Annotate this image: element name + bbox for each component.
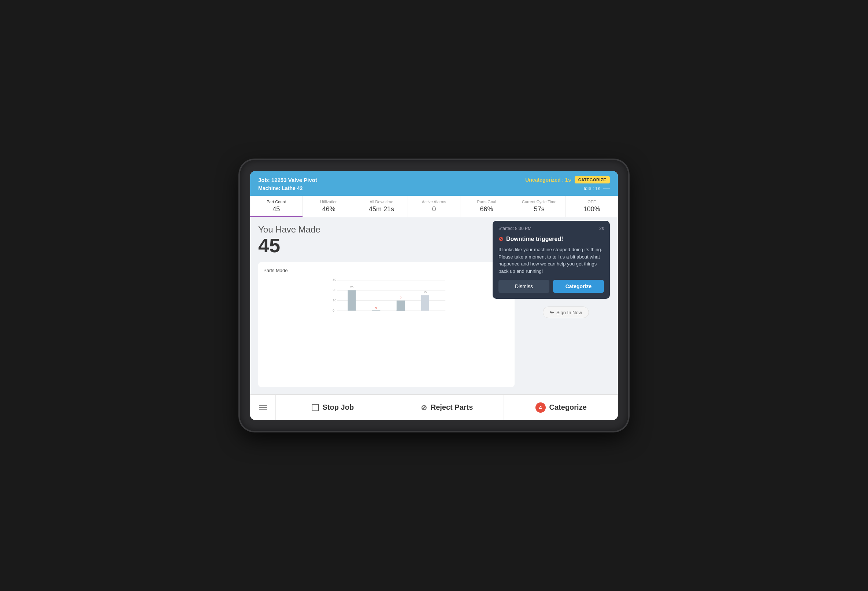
toolbar: Stop Job ⊘ Reject Parts 4 Categorize <box>250 394 618 420</box>
categorize-label: Categorize <box>549 403 587 411</box>
stat-label-active-alarms: Active Alarms <box>411 200 458 204</box>
stat-label-parts-goal: Parts Goal <box>463 200 510 204</box>
hamburger-icon <box>259 405 267 410</box>
stop-job-label: Stop Job <box>323 403 354 411</box>
idle-status: Idle : 1s — <box>583 185 610 192</box>
stat-active-alarms[interactable]: Active Alarms 0 <box>408 196 461 217</box>
stats-bar: Part Count 45 Utilization 46% All Downti… <box>250 196 618 217</box>
stat-label-cycle-time: Current Cycle Time <box>516 200 562 204</box>
uncategorized-status: Uncategorized : 1s <box>525 177 571 183</box>
svg-rect-10 <box>372 311 380 311</box>
stat-value-oee: 100% <box>568 205 615 213</box>
svg-rect-12 <box>397 301 405 311</box>
svg-text:10: 10 <box>332 298 336 302</box>
stat-label-utilization: Utilization <box>306 200 352 204</box>
screen: Job: 12253 Valve Pivot Uncategorized : 1… <box>250 171 618 420</box>
job-title: Job: 12253 Valve Pivot <box>258 177 317 183</box>
header-categorize-button[interactable]: CATEGORIZE <box>575 176 610 183</box>
stat-utilization[interactable]: Utilization 46% <box>303 196 356 217</box>
you-have-made-label: You Have Made <box>258 224 515 235</box>
svg-text:20: 20 <box>350 286 353 289</box>
warning-icon: ⊘ <box>499 236 503 242</box>
categorize-button[interactable]: 4 Categorize <box>504 395 618 420</box>
main-content: You Have Made 45 Parts Made ? 30 20 <box>250 217 618 394</box>
stat-value-all-downtime: 45m 21s <box>358 205 405 213</box>
stat-all-downtime[interactable]: All Downtime 45m 21s <box>355 196 408 217</box>
svg-text:30: 30 <box>332 278 336 282</box>
stat-label-part-count: Part Count <box>253 200 300 204</box>
stat-part-count[interactable]: Part Count 45 <box>250 196 303 217</box>
popup-duration: 2s <box>599 226 604 231</box>
reject-parts-icon: ⊘ <box>421 403 427 412</box>
popup-started: Started: 8:30 PM <box>499 226 531 231</box>
stat-cycle-time[interactable]: Current Cycle Time 57s <box>513 196 566 217</box>
sign-in-icon: ↬ <box>550 310 554 315</box>
you-have-made-count: 45 <box>258 235 515 256</box>
chart-svg: 30 20 10 0 <box>263 276 509 313</box>
stat-value-utilization: 46% <box>306 205 352 213</box>
header-right: Uncategorized : 1s CATEGORIZE <box>525 176 610 183</box>
idle-text: Idle : 1s <box>583 186 600 191</box>
parts-made-chart: Parts Made ? 30 20 10 0 <box>258 262 515 387</box>
reject-parts-label: Reject Parts <box>431 403 473 411</box>
reject-parts-button[interactable]: ⊘ Reject Parts <box>390 395 504 420</box>
svg-rect-16 <box>421 296 429 311</box>
you-have-made: You Have Made 45 <box>258 224 515 256</box>
popup-title: ⊘ Downtime triggered! <box>499 236 604 242</box>
popup-dismiss-button[interactable]: Dismiss <box>499 280 549 293</box>
device-frame: Job: 12253 Valve Pivot Uncategorized : 1… <box>240 160 628 431</box>
stop-job-icon <box>311 404 319 411</box>
stat-label-all-downtime: All Downtime <box>358 200 405 204</box>
popup-body: It looks like your machine stopped doing… <box>499 246 604 275</box>
svg-rect-8 <box>348 290 356 311</box>
popup-categorize-button[interactable]: Categorize <box>553 280 604 293</box>
svg-text:0: 0 <box>332 309 334 312</box>
machine-title: Machine: Lathe 42 <box>258 185 303 191</box>
chart-title: Parts Made <box>263 268 288 273</box>
stat-value-cycle-time: 57s <box>516 205 562 213</box>
categorize-badge: 4 <box>536 402 546 413</box>
chart-area: 30 20 10 0 <box>263 276 509 313</box>
svg-text:15: 15 <box>424 291 427 294</box>
idle-dash: — <box>603 185 610 192</box>
popup-actions: Dismiss Categorize <box>499 280 604 293</box>
popup-title-text: Downtime triggered! <box>506 236 563 242</box>
left-panel: You Have Made 45 Parts Made ? 30 20 <box>258 224 515 387</box>
svg-text:0: 0 <box>400 296 402 299</box>
stat-label-oee: OEE <box>568 200 615 204</box>
stat-parts-goal[interactable]: Parts Goal 66% <box>461 196 513 217</box>
stat-value-active-alarms: 0 <box>411 205 458 213</box>
stat-oee[interactable]: OEE 100% <box>565 196 618 217</box>
svg-rect-14 <box>397 311 405 311</box>
svg-text:0: 0 <box>375 306 377 310</box>
stop-job-button[interactable]: Stop Job <box>276 395 390 420</box>
sign-in-button[interactable]: ↬ Sign In Now <box>543 307 589 318</box>
svg-text:20: 20 <box>332 289 336 292</box>
menu-button[interactable] <box>250 395 276 420</box>
stat-value-part-count: 45 <box>253 205 300 213</box>
downtime-popup: Started: 8:30 PM 2s ⊘ Downtime triggered… <box>493 221 610 299</box>
header: Job: 12253 Valve Pivot Uncategorized : 1… <box>250 171 618 196</box>
stat-value-parts-goal: 66% <box>463 205 510 213</box>
sign-in-label: Sign In Now <box>557 310 582 315</box>
